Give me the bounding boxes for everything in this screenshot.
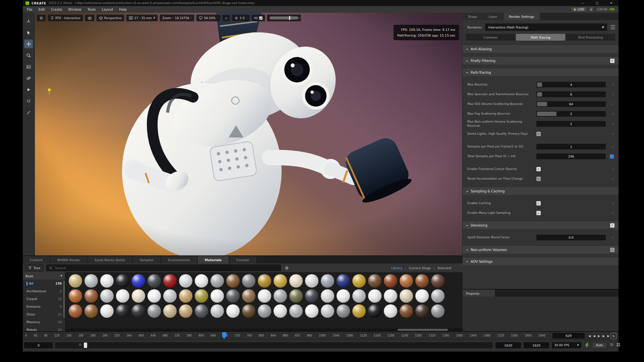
browser-tab[interactable]: NVIDIA Assets bbox=[50, 256, 87, 263]
material-sphere[interactable] bbox=[431, 289, 445, 303]
setting-value-field[interactable]: 256 bbox=[536, 154, 606, 159]
material-sphere[interactable] bbox=[132, 274, 145, 288]
category-item[interactable]: Masonry 10 bbox=[23, 318, 65, 326]
material-sphere[interactable] bbox=[211, 304, 224, 318]
live-sync-button[interactable]: LIVE bbox=[571, 7, 587, 12]
slider-track[interactable] bbox=[270, 16, 298, 19]
material-sphere[interactable] bbox=[242, 304, 255, 318]
material-sphere[interactable] bbox=[400, 289, 413, 303]
settings-section-header[interactable]: ▸ Path-Tracing bbox=[463, 68, 619, 77]
show-all-toggle[interactable]: All bbox=[251, 14, 265, 21]
menu-item[interactable]: Window bbox=[68, 8, 81, 11]
reset-icon[interactable]: ↺ bbox=[610, 103, 616, 106]
setting-value-field[interactable]: 64 bbox=[536, 101, 606, 107]
settings-section-header[interactable]: ▸ Non-uniform Volumes bbox=[463, 245, 619, 254]
setting-value-field[interactable]: 2 bbox=[536, 111, 606, 117]
lens-selector-button[interactable]: 17 - 35 mm ▼ bbox=[126, 14, 158, 21]
range-start-field[interactable]: 0 bbox=[24, 342, 53, 348]
material-sphere[interactable] bbox=[116, 289, 129, 303]
material-sphere[interactable] bbox=[274, 289, 287, 303]
reset-icon[interactable]: ↺ bbox=[610, 212, 616, 215]
scope-selected-link[interactable]: Selected bbox=[437, 266, 451, 270]
material-sphere[interactable] bbox=[116, 274, 129, 288]
material-sphere[interactable] bbox=[400, 274, 413, 288]
material-sphere[interactable] bbox=[258, 274, 271, 288]
menu-item[interactable]: Tools bbox=[87, 8, 96, 11]
menu-item[interactable]: Layout bbox=[102, 8, 113, 11]
timeline-playhead[interactable] bbox=[222, 332, 226, 337]
material-sphere[interactable] bbox=[289, 274, 303, 288]
material-sphere[interactable] bbox=[368, 304, 382, 318]
material-sphere[interactable] bbox=[195, 304, 208, 318]
settings-section-header[interactable]: ▸ Denoising bbox=[463, 221, 619, 230]
material-sphere[interactable] bbox=[195, 289, 208, 303]
range-slider-track[interactable]: 0 bbox=[55, 342, 493, 348]
browser-tab[interactable]: Materials bbox=[198, 256, 229, 263]
play-button[interactable]: ▶ bbox=[597, 333, 601, 339]
next-frame-button[interactable]: ▶ bbox=[601, 333, 606, 339]
material-sphere[interactable] bbox=[337, 304, 350, 318]
material-sphere[interactable] bbox=[163, 304, 177, 318]
material-sphere[interactable] bbox=[368, 274, 382, 288]
auto-key-button[interactable]: Auto bbox=[592, 342, 607, 348]
material-sphere[interactable] bbox=[179, 304, 192, 318]
move-tool-icon[interactable] bbox=[24, 40, 33, 48]
material-sphere[interactable] bbox=[226, 274, 240, 288]
playback-mode-icon[interactable] bbox=[585, 343, 589, 349]
range-slider-handle[interactable] bbox=[84, 343, 87, 348]
render-settings-subtab[interactable]: Common bbox=[466, 34, 515, 41]
material-sphere[interactable] bbox=[100, 289, 114, 303]
settings-section-header[interactable]: ▸ Firefly Filtering bbox=[463, 56, 619, 65]
material-sphere[interactable] bbox=[195, 274, 208, 288]
material-sphere[interactable] bbox=[305, 304, 318, 318]
fps-dropdown[interactable]: 30.00 FPS ▼ bbox=[552, 342, 581, 348]
zoom-value[interactable]: 18.14756 bbox=[175, 16, 189, 20]
current-frame-field[interactable]: 629 bbox=[552, 333, 585, 339]
scrollbar-thumb[interactable] bbox=[398, 329, 448, 331]
section-checkbox[interactable] bbox=[610, 223, 614, 228]
markup-tool-icon[interactable] bbox=[24, 108, 33, 117]
accent-box-icon[interactable] bbox=[610, 155, 614, 159]
search-field[interactable] bbox=[54, 266, 278, 270]
material-sphere[interactable] bbox=[415, 289, 429, 303]
viewport-menu-button[interactable] bbox=[37, 14, 46, 21]
render-target-button[interactable]: ◇ bbox=[222, 14, 230, 21]
setting-checkbox[interactable] bbox=[536, 211, 541, 215]
total-frames-field[interactable]: 1620 bbox=[524, 342, 549, 348]
material-sphere[interactable] bbox=[69, 304, 82, 318]
section-checkbox[interactable] bbox=[610, 248, 614, 252]
material-sphere[interactable] bbox=[352, 289, 366, 303]
reset-icon[interactable]: ↺ bbox=[610, 112, 616, 116]
scope-library-link[interactable]: Library bbox=[391, 266, 402, 270]
scope-current-stage-link[interactable]: Current Stage bbox=[409, 266, 431, 270]
material-sphere[interactable] bbox=[148, 304, 161, 318]
panel-tab[interactable]: Stage bbox=[463, 13, 482, 20]
menu-item[interactable]: Edit bbox=[39, 8, 45, 11]
category-item[interactable]: Carpet 12 bbox=[23, 295, 65, 303]
setting-value-field[interactable]: 0.0 bbox=[536, 235, 606, 240]
section-checkbox[interactable] bbox=[610, 59, 614, 63]
prev-frame-button[interactable]: ◀ bbox=[592, 333, 596, 339]
range-end-field[interactable]: 1620 bbox=[495, 342, 521, 348]
jump-to-start-button[interactable]: ◀ bbox=[587, 333, 592, 339]
material-sphere[interactable] bbox=[258, 304, 271, 318]
material-sphere[interactable] bbox=[226, 289, 240, 303]
minimize-button[interactable]: — bbox=[581, 1, 584, 5]
material-sphere[interactable] bbox=[274, 304, 287, 318]
material-sphere[interactable] bbox=[179, 289, 192, 303]
checkbox-checked-icon[interactable] bbox=[259, 16, 262, 20]
material-sphere[interactable] bbox=[132, 289, 145, 303]
stepper-left-icon[interactable]: ‹ bbox=[172, 16, 173, 19]
material-sphere[interactable] bbox=[431, 274, 445, 288]
reset-icon[interactable]: ↺ bbox=[610, 93, 616, 96]
material-sphere[interactable] bbox=[163, 289, 177, 303]
setting-value-field[interactable]: 1 bbox=[536, 144, 606, 149]
category-scrollbar[interactable] bbox=[63, 281, 65, 318]
material-sphere[interactable] bbox=[368, 289, 382, 303]
material-sphere[interactable] bbox=[384, 274, 397, 288]
material-sphere[interactable] bbox=[337, 289, 350, 303]
search-input[interactable] bbox=[46, 264, 281, 271]
menu-item[interactable]: Create bbox=[51, 8, 62, 11]
reset-icon[interactable]: ↺ bbox=[610, 132, 616, 136]
material-sphere[interactable] bbox=[211, 289, 224, 303]
